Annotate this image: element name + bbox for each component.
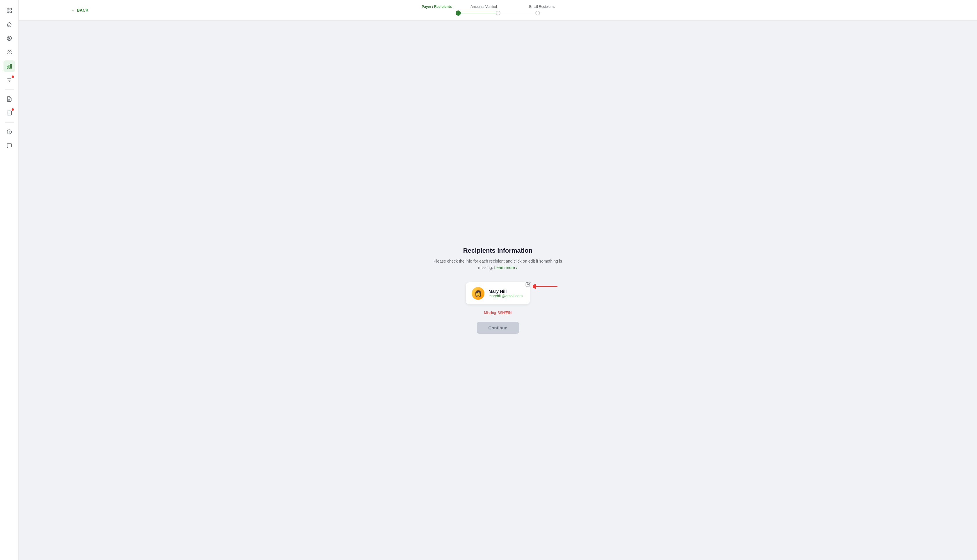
back-button[interactable]: ← BACK [71, 8, 89, 12]
recipient-card: 👩 Mary Hill maryhill@gmail.com [466, 282, 530, 304]
content-area: Recipients information Please check the … [18, 21, 977, 560]
svg-point-7 [10, 50, 11, 52]
sidebar-item-documents[interactable] [3, 93, 15, 105]
svg-rect-1 [10, 8, 11, 10]
sidebar-item-grid[interactable] [3, 5, 15, 16]
filter-badge [12, 75, 14, 78]
red-arrow-icon [533, 282, 559, 290]
support-icon [7, 129, 12, 135]
sidebar-item-document-list[interactable] [3, 107, 15, 119]
step-dot-1 [456, 10, 461, 16]
page-title: Recipients information [463, 247, 532, 255]
step-dots [456, 10, 540, 16]
missing-label: Missing [484, 311, 496, 315]
recipient-info: Mary Hill maryhill@gmail.com [488, 289, 522, 298]
recipient-card-area: 👩 Mary Hill maryhill@gmail.com [466, 282, 530, 304]
sidebar-item-home[interactable] [3, 18, 15, 30]
sidebar [0, 0, 18, 560]
missing-field-value: SSN/EIN [497, 311, 512, 315]
svg-point-6 [8, 50, 9, 52]
back-arrow-icon: ← [71, 8, 75, 12]
sidebar-divider-2 [5, 122, 14, 123]
sidebar-item-people[interactable] [3, 47, 15, 58]
stepper: Payer / Recipients Amounts Verified Emai… [422, 5, 574, 16]
filter-icon [7, 77, 12, 83]
svg-point-5 [8, 37, 10, 38]
svg-rect-8 [7, 66, 8, 68]
people-icon [7, 49, 12, 55]
sidebar-item-support[interactable] [3, 126, 15, 138]
home-icon [7, 22, 12, 27]
svg-rect-3 [10, 11, 11, 13]
page-subtitle: Please check the info for each recipient… [433, 258, 562, 271]
recipient-email: maryhill@gmail.com [488, 293, 522, 298]
main-content: ← BACK Payer / Recipients Amounts Verifi… [18, 0, 977, 560]
step-dot-2 [496, 11, 500, 15]
continue-button[interactable]: Continue [477, 322, 519, 334]
document-list-icon [7, 110, 12, 116]
document-icon [7, 96, 12, 102]
step-dot-3 [535, 11, 540, 15]
sidebar-item-chat[interactable] [3, 140, 15, 152]
back-label: BACK [77, 8, 89, 12]
subtitle-text-2: missing. [478, 265, 493, 270]
learn-more-link[interactable]: Learn more [494, 265, 518, 270]
avatar: 👩 [472, 287, 484, 300]
svg-rect-10 [10, 64, 11, 68]
recipient-name: Mary Hill [488, 289, 522, 293]
step-line-1 [461, 13, 496, 13]
grid-icon [7, 8, 12, 13]
chart-icon [7, 63, 12, 69]
step-line-2 [500, 13, 535, 13]
svg-rect-9 [9, 65, 10, 68]
step-label-1: Payer / Recipients [422, 5, 452, 9]
sidebar-item-profile[interactable] [3, 33, 15, 44]
user-circle-icon [7, 35, 12, 41]
step-label-3: Email Recipients [529, 5, 555, 9]
svg-rect-0 [7, 8, 9, 10]
missing-badge-area: Missing SSN/EIN [484, 311, 512, 315]
svg-point-18 [9, 133, 9, 133]
document-list-badge [12, 108, 14, 111]
sidebar-item-filter[interactable] [3, 74, 15, 86]
edit-icon [525, 282, 531, 287]
sidebar-item-analytics[interactable] [3, 60, 15, 72]
chat-icon [7, 143, 12, 149]
header: ← BACK Payer / Recipients Amounts Verifi… [18, 0, 977, 21]
arrow-annotation [533, 282, 559, 290]
step-labels: Payer / Recipients Amounts Verified Emai… [422, 5, 574, 9]
subtitle-text-1: Please check the info for each recipient… [433, 259, 562, 263]
svg-rect-2 [7, 11, 9, 13]
step-label-2: Amounts Verified [470, 5, 497, 9]
edit-button[interactable] [524, 280, 532, 288]
